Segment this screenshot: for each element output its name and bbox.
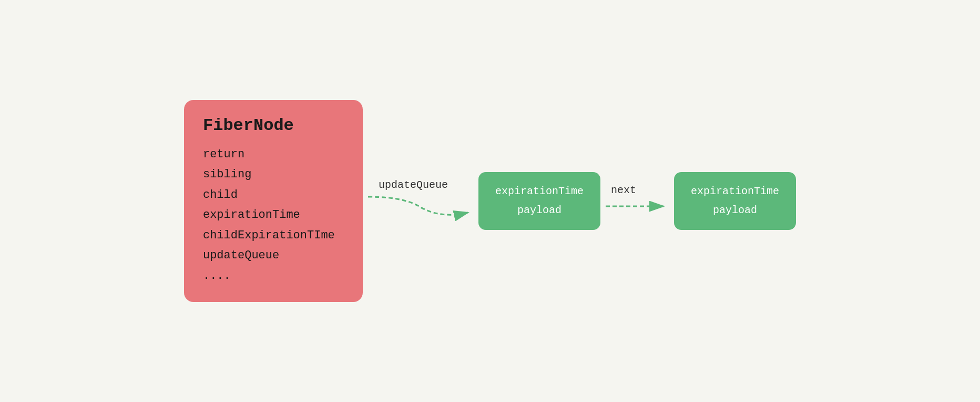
fiber-field-0: return xyxy=(203,145,342,165)
next-arrow-svg xyxy=(600,196,674,217)
fiber-field-1: sibling xyxy=(203,165,342,185)
fiber-node-title: FiberNode xyxy=(203,116,342,135)
next-arrow-container: next xyxy=(600,180,674,222)
first-arrow-svg xyxy=(363,192,478,223)
fiber-field-4: childExpirationTIme xyxy=(203,226,342,246)
fiber-field-3: expirationTime xyxy=(203,205,342,226)
fiber-field-6: .... xyxy=(203,266,342,287)
diagram-container: FiberNode return sibling child expiratio… xyxy=(0,0,980,402)
fiber-node-box: FiberNode return sibling child expiratio… xyxy=(184,100,363,303)
update-box-1-field-0: expirationTime xyxy=(495,184,584,199)
update-box-1-field-1: payload xyxy=(495,203,584,218)
next-label: next xyxy=(611,184,636,196)
first-arrow-container: updateQueue xyxy=(363,169,478,233)
update-box-2: expirationTime payload xyxy=(674,172,796,230)
update-box-2-field-1: payload xyxy=(691,203,779,218)
update-queue-label: updateQueue xyxy=(379,179,448,191)
update-box-2-field-0: expirationTime xyxy=(691,184,779,199)
fiber-field-2: child xyxy=(203,185,342,206)
update-box-1: expirationTime payload xyxy=(478,172,600,230)
fiber-field-5: updateQueue xyxy=(203,246,342,266)
